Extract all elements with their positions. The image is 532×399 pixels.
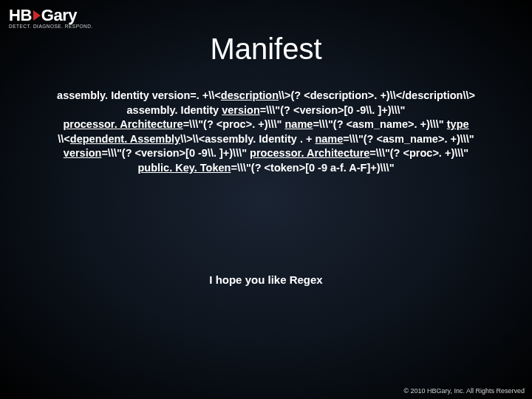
regex-block: assembly. Identity version=. +\\<descrip… <box>22 89 510 175</box>
regex-underline: processor. Architecture <box>250 147 369 159</box>
regex-underline: description <box>221 89 279 101</box>
regex-underline: processor. Architecture <box>63 118 183 130</box>
slide-title: Manifest <box>0 33 532 66</box>
regex-line-2: assembly. Identity version=\\\"(? <versi… <box>22 103 510 118</box>
slide-subline: I hope you like Regex <box>0 273 532 286</box>
copyright-text: © 2010 HBGary, Inc. All Rights Reserved <box>403 387 525 395</box>
regex-line-6: public. Key. Token=\\\"(? <token>[0 -9 a… <box>22 161 510 176</box>
logo-hb-text: HB <box>9 6 32 25</box>
regex-line-3: processor. Architecture=\\\"(? <proc>. +… <box>22 117 510 132</box>
regex-underline: name <box>284 118 313 130</box>
regex-underline: version <box>64 147 102 159</box>
logo-gary-text: Gary <box>41 6 77 25</box>
regex-line-1: assembly. Identity version=. +\\<descrip… <box>22 89 510 103</box>
arrow-right-icon <box>33 10 41 21</box>
regex-underline: dependent. Assembly <box>70 133 180 145</box>
regex-underline: name <box>315 133 343 145</box>
regex-underline: version <box>222 104 260 116</box>
brand-logo-main: HB Gary <box>9 6 93 25</box>
regex-underline: type <box>447 118 469 130</box>
regex-line-5: version=\\\"(? <version>[0 -9\\. ]+)\\\"… <box>22 146 510 161</box>
logo-tagline: DETECT. DIAGNOSE. RESPOND. <box>9 24 93 29</box>
regex-underline: public. Key. Token <box>137 162 231 174</box>
brand-logo: HB Gary DETECT. DIAGNOSE. RESPOND. <box>9 6 93 29</box>
regex-line-4: \\<dependent. Assembly\\>\\<assembly. Id… <box>22 132 510 147</box>
